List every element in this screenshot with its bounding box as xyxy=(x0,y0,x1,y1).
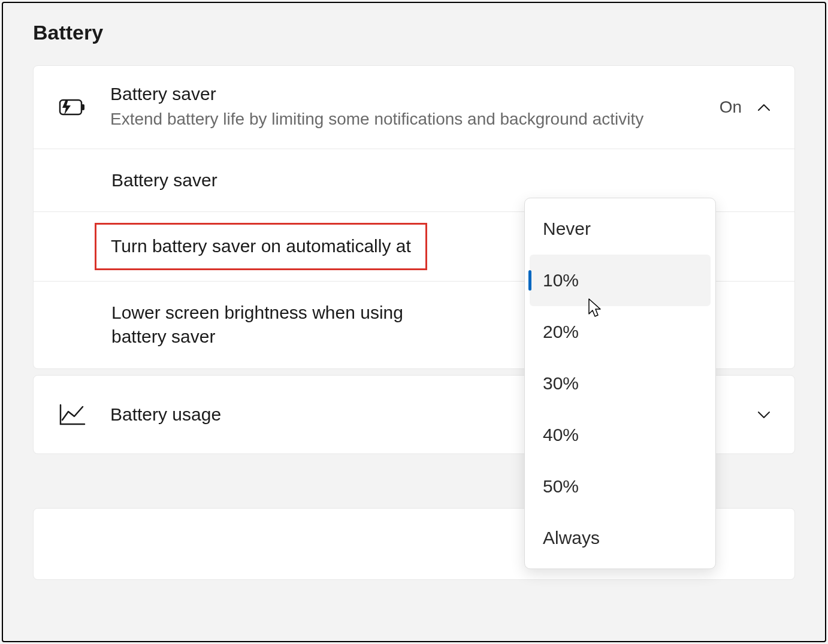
svg-rect-1 xyxy=(81,104,84,110)
chart-line-icon xyxy=(58,403,87,426)
battery-saver-state: On xyxy=(720,98,742,117)
battery-saver-subtitle: Extend battery life by limiting some not… xyxy=(110,108,720,131)
battery-saver-header[interactable]: Battery saver Extend battery life by lim… xyxy=(34,66,794,149)
battery-settings-panel: Battery Battery saver Extend battery lif… xyxy=(2,2,826,642)
battery-saver-title: Battery saver xyxy=(110,84,720,104)
auto-on-label: Turn battery saver on automatically at xyxy=(111,234,411,259)
dropdown-option-20[interactable]: 20% xyxy=(530,306,711,358)
dropdown-option-40[interactable]: 40% xyxy=(530,409,711,461)
lower-brightness-label: Lower screen brightness when using batte… xyxy=(111,301,423,349)
dropdown-option-always[interactable]: Always xyxy=(530,512,711,564)
battery-saver-toggle-label: Battery saver xyxy=(111,168,735,193)
dropdown-option-never[interactable]: Never xyxy=(530,203,711,255)
threshold-dropdown: Never 10% 20% 30% 40% 50% Always xyxy=(524,198,716,569)
chevron-down-icon xyxy=(757,408,770,421)
chevron-up-icon xyxy=(757,101,770,114)
battery-saver-icon xyxy=(58,97,87,117)
dropdown-option-30[interactable]: 30% xyxy=(530,358,711,409)
dropdown-option-10[interactable]: 10% xyxy=(530,255,711,306)
dropdown-option-50[interactable]: 50% xyxy=(530,461,711,512)
section-title: Battery xyxy=(33,21,795,44)
